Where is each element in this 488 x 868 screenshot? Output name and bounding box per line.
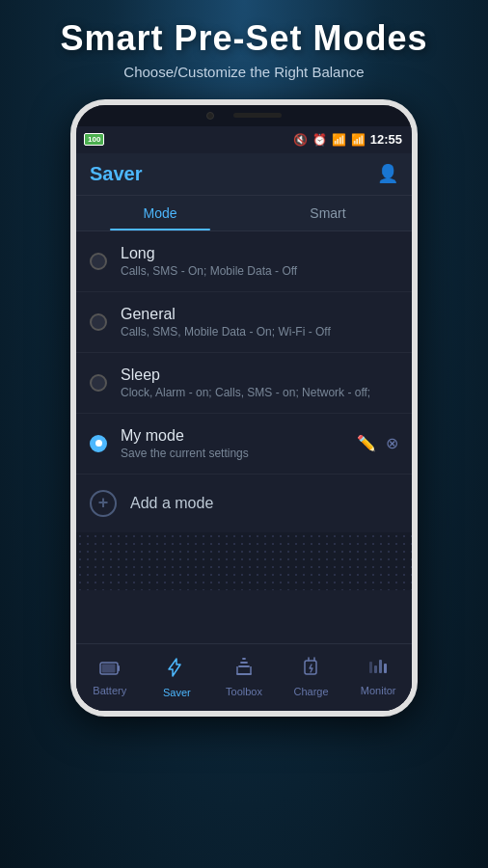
main-subtitle: Choose/Customize the Right Balance — [19, 64, 469, 80]
nav-battery-label: Battery — [93, 685, 126, 696]
svg-rect-6 — [379, 660, 382, 673]
add-mode-button[interactable]: + Add a mode — [76, 475, 412, 532]
nav-monitor[interactable]: Monitor — [354, 658, 402, 696]
phone-top-bar — [76, 105, 412, 126]
bottom-nav: Battery Saver — [76, 643, 412, 711]
mode-mymode-actions: ✏️ ⊗ — [357, 434, 398, 452]
status-bar: 100 🔇 ⏰ 📶 📶 12:55 — [76, 126, 412, 153]
status-left: 100 — [84, 133, 104, 146]
main-title: Smart Pre-Set Modes — [19, 19, 469, 58]
mode-text-mymode: My mode Save the current settings — [121, 427, 357, 460]
svg-rect-7 — [384, 664, 387, 673]
mode-item-sleep[interactable]: Sleep Clock, Alarm - on; Calls, SMS - on… — [76, 353, 412, 414]
mode-desc-sleep: Clock, Alarm - on; Calls, SMS - on; Netw… — [121, 386, 398, 399]
content-area: Long Calls, SMS - On; Mobile Data - Off … — [76, 231, 412, 711]
app-title-bar: Saver 👤 — [76, 153, 412, 196]
add-mode-icon: + — [90, 490, 117, 517]
delete-icon[interactable]: ⊗ — [386, 434, 398, 452]
nav-saver-label: Saver — [163, 687, 191, 698]
nav-toolbox[interactable]: Toolbox — [220, 657, 268, 697]
mode-desc-mymode: Save the current settings — [121, 447, 357, 460]
toolbox-nav-icon — [233, 657, 255, 682]
phone-frame: 100 🔇 ⏰ 📶 📶 12:55 Saver 👤 Mode — [70, 99, 418, 717]
saver-nav-icon — [165, 657, 188, 683]
mode-name-long: Long — [121, 245, 398, 262]
profile-icon[interactable]: 👤 — [377, 163, 398, 184]
radio-sleep — [90, 374, 107, 392]
mute-icon: 🔇 — [293, 133, 308, 147]
mode-text-general: General Calls, SMS, Mobile Data - On; Wi… — [121, 306, 398, 339]
svg-rect-2 — [101, 664, 115, 672]
mode-name-mymode: My mode — [121, 427, 357, 445]
radio-long — [90, 253, 107, 270]
signal-icon: 📶 — [351, 133, 366, 147]
phone-inner: 100 🔇 ⏰ 📶 📶 12:55 Saver 👤 Mode — [76, 105, 412, 711]
svg-rect-1 — [118, 665, 120, 671]
radio-general — [90, 313, 107, 331]
status-right: 🔇 ⏰ 📶 📶 12:55 — [293, 132, 402, 147]
mode-desc-general: Calls, SMS, Mobile Data - On; Wi-Fi - Of… — [121, 325, 398, 339]
monitor-nav-icon — [367, 658, 389, 681]
status-time: 12:55 — [370, 132, 402, 147]
mode-item-long[interactable]: Long Calls, SMS - On; Mobile Data - Off — [76, 231, 412, 292]
nav-saver[interactable]: Saver — [152, 657, 201, 698]
battery-status: 100 — [84, 133, 104, 146]
app-header-section: Smart Pre-Set Modes Choose/Customize the… — [0, 0, 488, 90]
radio-mymode — [90, 435, 107, 452]
mode-item-general[interactable]: General Calls, SMS, Mobile Data - On; Wi… — [76, 292, 412, 353]
tab-mode[interactable]: Mode — [76, 196, 244, 231]
svg-rect-5 — [374, 665, 377, 673]
nav-charge[interactable]: Charge — [287, 657, 336, 697]
mode-text-sleep: Sleep Clock, Alarm - on; Calls, SMS - on… — [121, 366, 398, 399]
nav-battery[interactable]: Battery — [86, 659, 134, 696]
mode-name-general: General — [121, 306, 398, 323]
bottom-pattern — [76, 532, 412, 590]
edit-icon[interactable]: ✏️ — [357, 434, 376, 452]
nav-toolbox-label: Toolbox — [226, 686, 262, 697]
alarm-icon: ⏰ — [312, 133, 327, 147]
mode-desc-long: Calls, SMS - On; Mobile Data - Off — [121, 264, 398, 278]
phone-camera — [206, 112, 214, 120]
mode-name-sleep: Sleep — [121, 366, 398, 384]
nav-charge-label: Charge — [294, 686, 329, 697]
mode-text-long: Long Calls, SMS - On; Mobile Data - Off — [121, 245, 398, 278]
svg-rect-4 — [369, 662, 372, 673]
phone-speaker — [233, 113, 282, 118]
add-mode-label: Add a mode — [130, 495, 213, 512]
tab-smart[interactable]: Smart — [244, 196, 412, 231]
battery-nav-icon — [99, 659, 121, 681]
charge-nav-icon — [301, 657, 322, 682]
tab-bar: Mode Smart — [76, 196, 412, 231]
app-title: Saver — [90, 163, 143, 185]
wifi-icon: 📶 — [332, 133, 346, 147]
mode-item-mymode[interactable]: My mode Save the current settings ✏️ ⊗ — [76, 414, 412, 475]
phone-wrapper: 100 🔇 ⏰ 📶 📶 12:55 Saver 👤 Mode — [0, 99, 488, 717]
nav-monitor-label: Monitor — [361, 685, 396, 696]
